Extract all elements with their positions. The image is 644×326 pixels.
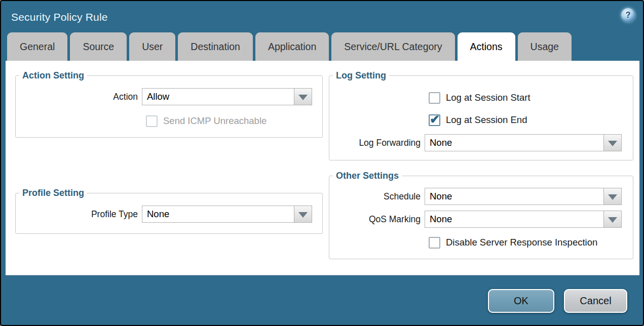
profile-setting-group: Profile Setting Profile Type None	[15, 188, 323, 234]
send-icmp-checkbox[interactable]	[146, 115, 158, 127]
profile-type-row: Profile Type None	[16, 206, 322, 223]
chevron-down-icon	[608, 194, 617, 200]
schedule-dropdown-value: None	[425, 188, 604, 205]
log-forwarding-label: Log Forwarding	[329, 138, 425, 148]
dialog-title: Security Policy Rule	[11, 11, 108, 23]
help-icon[interactable]: ?	[621, 8, 635, 22]
log-session-start-checkbox[interactable]	[429, 92, 440, 104]
log-session-end-row: Log at Session End	[329, 113, 633, 127]
log-forwarding-dropdown-button[interactable]	[603, 134, 622, 151]
action-row: Action Allow	[16, 88, 322, 105]
schedule-dropdown[interactable]: None	[425, 188, 622, 205]
profile-type-label: Profile Type	[16, 209, 142, 220]
action-dropdown-button[interactable]	[294, 88, 312, 105]
dsri-label: Disable Server Response Inspection	[446, 237, 597, 248]
log-session-start-label: Log at Session Start	[446, 92, 531, 103]
schedule-row: Schedule None	[329, 188, 633, 205]
log-session-start-row: Log at Session Start	[329, 91, 633, 104]
dsri-row: Disable Server Response Inspection	[329, 236, 633, 249]
qos-marking-dropdown[interactable]: None	[425, 211, 622, 228]
tab-general[interactable]: General	[7, 32, 67, 61]
action-dropdown[interactable]: Allow	[142, 88, 312, 105]
tab-source[interactable]: Source	[70, 32, 127, 61]
log-session-start-checkbox-row: Log at Session Start	[429, 91, 531, 104]
chevron-down-icon	[298, 212, 308, 218]
tab-application[interactable]: Application	[255, 32, 329, 61]
qos-marking-row: QoS Marking None	[329, 211, 633, 228]
profile-type-dropdown-button[interactable]	[294, 206, 312, 223]
chevron-down-icon	[298, 95, 308, 100]
security-policy-rule-dialog: Security Policy Rule ? General Source Us…	[0, 0, 644, 326]
log-forwarding-dropdown-value: None	[425, 134, 604, 151]
action-setting-group: Action Setting Action Allow Send ICMP Un…	[15, 71, 323, 138]
log-forwarding-row: Log Forwarding None	[329, 134, 633, 151]
log-session-end-label: Log at Session End	[446, 114, 527, 126]
tab-usage[interactable]: Usage	[518, 32, 572, 61]
chevron-down-icon	[608, 217, 617, 223]
qos-marking-dropdown-button[interactable]	[603, 211, 622, 228]
qos-marking-dropdown-value: None	[425, 211, 604, 228]
log-forwarding-dropdown[interactable]: None	[425, 134, 622, 151]
qos-marking-label: QoS Marking	[329, 214, 425, 225]
cancel-button[interactable]: Cancel	[564, 289, 627, 313]
dsri-checkbox-row: Disable Server Response Inspection	[429, 236, 597, 249]
tab-user[interactable]: User	[129, 32, 175, 61]
send-icmp-checkbox-row: Send ICMP Unreachable	[146, 114, 267, 128]
schedule-label: Schedule	[329, 191, 425, 202]
tab-service-url-category[interactable]: Service/URL Category	[331, 32, 454, 61]
schedule-dropdown-button[interactable]	[603, 188, 622, 205]
log-setting-group: Log Setting Log at Session Start Log at …	[329, 71, 633, 160]
send-icmp-label: Send ICMP Unreachable	[163, 115, 267, 127]
ok-button[interactable]: OK	[488, 289, 554, 313]
other-settings-legend: Other Settings	[333, 171, 402, 180]
log-session-end-checkbox-row: Log at Session End	[429, 113, 527, 127]
chevron-down-icon	[608, 141, 617, 146]
log-session-end-checkbox[interactable]	[429, 114, 440, 126]
profile-type-dropdown[interactable]: None	[142, 206, 312, 223]
other-settings-group: Other Settings Schedule None QoS Marking…	[329, 171, 633, 259]
send-icmp-row: Send ICMP Unreachable	[16, 114, 322, 128]
tab-destination[interactable]: Destination	[178, 32, 253, 61]
profile-type-dropdown-value: None	[142, 206, 294, 223]
action-dropdown-value: Allow	[142, 88, 294, 105]
action-label: Action	[16, 92, 142, 102]
profile-setting-legend: Profile Setting	[19, 188, 87, 197]
title-bar: Security Policy Rule ?	[1, 1, 643, 32]
question-mark-glyph: ?	[626, 11, 631, 19]
dialog-footer: OK Cancel	[488, 289, 627, 313]
log-setting-legend: Log Setting	[333, 71, 389, 80]
action-setting-legend: Action Setting	[19, 71, 87, 80]
dsri-checkbox[interactable]	[429, 237, 440, 249]
tab-actions[interactable]: Actions	[458, 32, 515, 61]
tab-bar: General Source User Destination Applicat…	[7, 32, 572, 61]
